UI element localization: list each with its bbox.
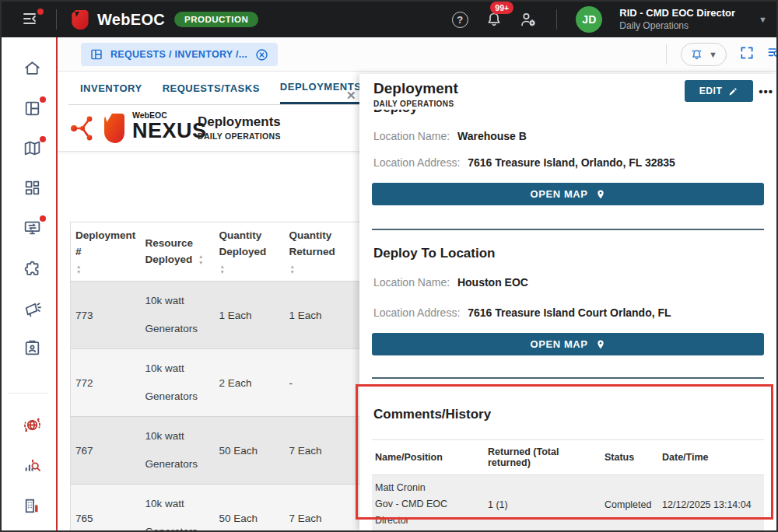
workspace-bar-divider [666,44,667,65]
col-name-position: Name/Position [372,440,485,475]
board-title: Deployments [198,114,281,130]
col-returned-total: Returned (Total returned) [485,440,601,475]
deploy-to-location-address: Location Address: 7616 Treasure Island C… [373,306,671,319]
col-deployment-number[interactable]: Deployment # ▲▼ [71,222,141,282]
comments-history-heading: Comments/History [373,407,491,422]
header-divider [556,9,557,30]
more-options-icon[interactable]: ••• [759,85,773,98]
contacts-icon[interactable] [23,338,43,359]
notification-count-badge: 99+ [490,2,513,14]
sidebar-red-rule [56,37,58,530]
sidebar-collapse-icon[interactable] [22,9,42,30]
boards-icon[interactable] [23,99,43,119]
left-sidebar [2,37,56,530]
comments-row[interactable]: Matt Cronin Gov - CMD EOC Director 1 (1)… [372,475,764,532]
displays-icon[interactable] [23,218,43,238]
maps-alert-dot [40,136,46,142]
detail-subtitle: DAILY OPERATIONS [373,100,454,108]
deploy-from-location-name: Location Name: Warehouse B [373,130,527,142]
deployment-detail-panel: Deployment DAILY OPERATIONS EDIT ••• Dep… [359,74,776,530]
workspace-bar: REQUESTS / INVENTORY /... ▼ [58,37,776,72]
deploy-from-location-address: Location Address: 7616 Treasure Island, … [373,156,675,169]
detail-title: Deployment [373,80,458,97]
comments-header-row: Name/Position Returned (Total returned) … [372,440,764,475]
webeoc-app: WebEOC PRODUCTION ? 99+ JD RID - CMD EOC [0,0,778,532]
user-menu-caret-icon[interactable]: ▼ [759,15,767,24]
board-layout-icon [89,47,103,61]
tab-requests-tasks[interactable]: REQUESTS/TASKS [163,72,260,104]
deploy-to-heading: Deploy To Location [373,246,495,261]
status-value: Completed [601,475,659,532]
detail-panel-close-icon[interactable]: ✕ [346,89,356,103]
map-pin-icon [595,339,606,350]
workspace-tab[interactable]: REQUESTS / INVENTORY /... [81,43,278,66]
analytics-search-icon[interactable] [23,456,43,476]
environment-badge: PRODUCTION [174,12,258,27]
user-avatar[interactable]: JD [576,6,602,33]
juvare-shield-logo [71,9,89,30]
clipped-section-heading: Deploy [373,110,529,117]
global-network-icon[interactable] [23,415,43,436]
home-icon[interactable] [23,58,43,79]
boards-alert-dot [40,96,46,103]
announcements-icon[interactable] [23,299,43,319]
open-map-button[interactable]: OPEN MAP [372,333,764,355]
menu-alert-dot [37,9,44,15]
user-role: RID - CMD EOC Director [619,7,735,19]
tab-inventory[interactable]: INVENTORY [80,72,142,104]
top-header: WebEOC PRODUCTION ? 99+ JD RID - CMD EOC [2,2,776,37]
header-divider [56,9,57,30]
fullscreen-icon[interactable] [739,45,755,64]
col-resource-deployed[interactable]: Resource Deployed ▲▼ [141,222,215,282]
edit-button[interactable]: EDIT [685,80,753,102]
nexus-network-icon [68,112,101,145]
col-status: Status [601,440,659,475]
col-date-time: Date/Time [659,440,764,475]
commenter-position: Gov - CMD EOC Director [375,496,482,529]
nexus-brand-top: WebEOC [132,111,207,120]
deploy-to-location-name: Location Name: Houston EOC [373,276,528,289]
bell-ring-icon [690,48,703,61]
returned-value: 1 (1) [485,475,601,532]
user-menu[interactable]: RID - CMD EOC Director Daily Operations [619,7,735,31]
bell-dropdown-caret-icon: ▼ [709,50,717,59]
section-divider [372,229,764,230]
sidebar-divider [8,393,48,394]
displays-alert-dot [40,215,46,222]
board-subtitle: DAILY OPERATIONS [198,131,281,141]
comments-history-table: Name/Position Returned (Total returned) … [372,439,764,532]
close-workspace-icon[interactable] [254,47,269,62]
board-notifications-dropdown[interactable]: ▼ [681,43,727,66]
board-list-search-icon[interactable] [767,45,776,64]
app-name: WebEOC [97,11,165,29]
dashboards-icon[interactable] [23,178,43,198]
notifications-bell-icon[interactable]: 99+ [485,10,503,29]
maps-icon[interactable] [23,138,43,159]
nexus-wordmark: WebEOC NEXUS [132,111,207,142]
col-quantity-returned[interactable]: Quantity Returned ▲▼ [285,222,359,282]
user-incident: Daily Operations [619,20,735,32]
sort-icon[interactable]: ▲▼ [76,264,141,275]
organization-icon[interactable] [23,496,43,516]
pencil-icon [728,86,738,96]
sort-icon[interactable]: ▲▼ [198,254,203,265]
plugins-icon[interactable] [23,259,43,279]
help-icon[interactable]: ? [450,10,469,29]
workspace-tab-label: REQUESTS / INVENTORY /... [110,49,247,60]
sort-icon[interactable]: ▲▼ [220,264,285,275]
sort-icon[interactable]: ▲▼ [290,264,359,275]
nexus-brand-main: NEXUS [132,121,207,142]
map-pin-icon [595,189,606,200]
user-admin-icon[interactable] [519,10,538,29]
datetime-value: 12/12/2025 13:14:04 [659,475,764,532]
open-map-button[interactable]: OPEN MAP [372,183,764,205]
section-divider [372,377,764,379]
nexus-j-logo [101,112,126,145]
commenter-name: Matt Cronin [375,480,482,496]
col-quantity-deployed[interactable]: Quantity Deployed ▲▼ [215,222,285,282]
